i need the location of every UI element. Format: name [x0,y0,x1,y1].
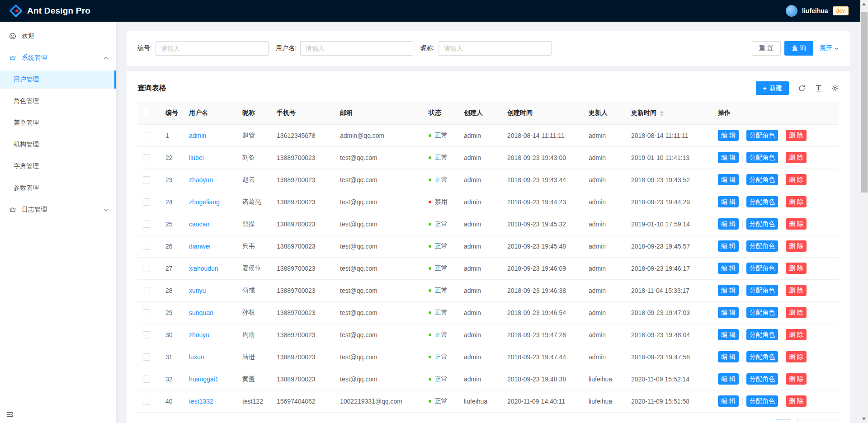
assign-role-button[interactable]: 分配角色 [746,373,778,385]
delete-button[interactable]: 删 除 [786,218,807,230]
row-checkbox[interactable] [143,353,150,361]
row-checkbox[interactable] [143,176,150,183]
reload-icon[interactable] [798,85,806,92]
username-link[interactable]: huanggai1 [189,376,218,383]
id-input[interactable] [156,41,269,56]
username-input[interactable] [300,41,413,56]
expand-link[interactable]: 展开 [820,44,839,52]
delete-button[interactable]: 删 除 [786,130,807,141]
assign-role-button[interactable]: 分配角色 [746,395,778,407]
user-avatar[interactable] [786,5,797,17]
row-checkbox[interactable] [143,154,150,161]
row-checkbox[interactable] [143,198,150,206]
edit-button[interactable]: 编 辑 [718,174,739,185]
delete-button[interactable]: 删 除 [786,395,807,407]
edit-button[interactable]: 编 辑 [718,395,739,407]
menu-collapse-trigger[interactable] [0,405,116,423]
sidebar-group-system[interactable]: 系统管理 [0,49,116,67]
sidebar-subitem[interactable]: 角色管理 [0,92,116,110]
page-size-select[interactable]: 10 条/页 [797,419,839,423]
assign-role-button[interactable]: 分配角色 [746,307,778,318]
username-link[interactable]: zhugeliang [189,198,220,206]
edit-button[interactable]: 编 辑 [718,152,739,163]
delete-button[interactable]: 删 除 [786,307,807,318]
brand[interactable]: Ant Design Pro [9,4,90,18]
col-updated[interactable]: 更新时间 [626,102,712,124]
edit-button[interactable]: 编 辑 [718,351,739,362]
username-link[interactable]: zhouyu [189,331,209,338]
delete-button[interactable]: 删 除 [786,196,807,207]
select-all-checkbox[interactable] [143,110,150,117]
assign-role-button[interactable]: 分配角色 [746,152,778,163]
settings-gear-icon[interactable] [831,85,839,92]
page-scrollbar[interactable] [860,0,868,423]
row-checkbox[interactable] [143,331,150,338]
username-link[interactable]: dianwei [189,243,210,250]
edit-button[interactable]: 编 辑 [718,240,739,252]
row-checkbox[interactable] [143,398,150,405]
delete-button[interactable]: 删 除 [786,152,807,163]
assign-role-button[interactable]: 分配角色 [746,263,778,274]
assign-role-button[interactable]: 分配角色 [746,351,778,362]
username-link[interactable]: luxun [189,353,204,361]
row-checkbox[interactable] [143,132,150,139]
new-button[interactable]: + 新建 [756,81,789,95]
scrollbar-thumb[interactable] [861,12,868,193]
cell-updated: 2020-11-09 15:52:14 [626,368,712,390]
delete-button[interactable]: 删 除 [786,240,807,252]
reset-button[interactable]: 重 置 [752,41,781,56]
edit-button[interactable]: 编 辑 [718,373,739,385]
edit-button[interactable]: 编 辑 [718,196,739,207]
sidebar-subitem[interactable]: 机构管理 [0,136,116,154]
sidebar-item-welcome[interactable]: 欢迎 [0,27,116,45]
username-link[interactable]: liubei [189,154,204,161]
assign-role-button[interactable]: 分配角色 [746,329,778,340]
delete-button[interactable]: 删 除 [786,329,807,340]
edit-button[interactable]: 编 辑 [718,218,739,230]
delete-button[interactable]: 删 除 [786,373,807,385]
username-link[interactable]: test1332 [189,398,213,405]
scrollbar-up-arrow[interactable] [862,3,866,5]
edit-button[interactable]: 编 辑 [718,130,739,141]
username-link[interactable]: xunyu [189,287,206,294]
delete-button[interactable]: 删 除 [786,174,807,185]
row-checkbox[interactable] [143,265,150,272]
query-button[interactable]: 查 询 [784,41,813,56]
edit-button[interactable]: 编 辑 [718,329,739,340]
edit-button[interactable]: 编 辑 [718,285,739,296]
sidebar-subitem[interactable]: 用户管理 [0,70,116,89]
sidebar-group-log[interactable]: 日志管理 [0,201,116,219]
sidebar-subitem[interactable]: 字典管理 [0,157,116,175]
assign-role-button[interactable]: 分配角色 [746,130,778,141]
edit-button[interactable]: 编 辑 [718,263,739,274]
username-link[interactable]: xiahoudun [189,265,218,272]
username-link[interactable]: sunquan [189,309,213,316]
username[interactable]: liufeihua [802,7,828,14]
row-checkbox[interactable] [143,287,150,294]
cell-status: 正常 [423,235,458,257]
assign-role-button[interactable]: 分配角色 [746,174,778,185]
assign-role-button[interactable]: 分配角色 [746,240,778,252]
sidebar-subitem[interactable]: 参数管理 [0,179,116,197]
cell-actions: 编 辑分配角色删 除 [712,324,839,346]
username-link[interactable]: zhaoyun [189,176,213,183]
row-checkbox[interactable] [143,309,150,316]
row-checkbox[interactable] [143,376,150,383]
row-checkbox[interactable] [143,221,150,228]
assign-role-button[interactable]: 分配角色 [746,218,778,230]
assign-role-button[interactable]: 分配角色 [746,196,778,207]
nickname-input[interactable] [439,41,552,56]
sidebar-subitem[interactable]: 菜单管理 [0,114,116,132]
scrollbar-down-arrow[interactable] [862,418,866,420]
density-icon[interactable] [815,85,822,92]
delete-button[interactable]: 删 除 [786,285,807,296]
row-checkbox[interactable] [143,243,150,250]
delete-button[interactable]: 删 除 [786,351,807,362]
delete-button[interactable]: 删 除 [786,263,807,274]
assign-role-button[interactable]: 分配角色 [746,285,778,296]
username-link[interactable]: admin [189,132,206,139]
cell-nickname: 孙权 [237,301,271,324]
edit-button[interactable]: 编 辑 [718,307,739,318]
page-1-button[interactable]: 1 [776,419,790,423]
username-link[interactable]: caocao [189,221,209,228]
